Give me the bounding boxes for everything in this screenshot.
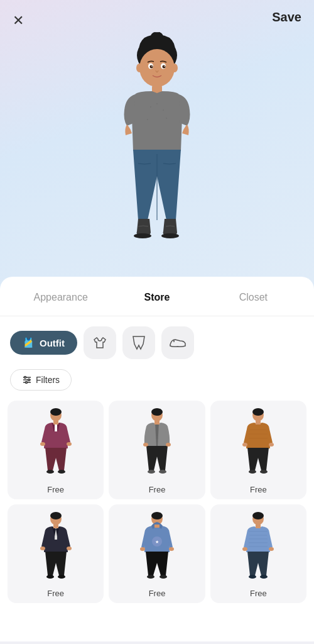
- category-row: 🎽 Outfit: [0, 316, 314, 364]
- item-price-2: Free: [149, 481, 166, 497]
- svg-point-24: [26, 382, 28, 384]
- item-card-3[interactable]: Free: [210, 401, 306, 499]
- svg-point-26: [50, 408, 62, 416]
- item-price-4: Free: [47, 585, 64, 601]
- item-image-6: [213, 509, 304, 585]
- svg-point-67: [269, 547, 274, 551]
- svg-point-44: [269, 443, 274, 447]
- avatar-section: ✕ Save: [0, 0, 314, 289]
- svg-rect-38: [154, 421, 160, 425]
- avatar-container: [88, 25, 226, 264]
- svg-point-7: [164, 65, 165, 67]
- svg-point-30: [67, 442, 72, 446]
- svg-point-6: [151, 65, 153, 67]
- svg-point-13: [163, 109, 164, 111]
- save-button[interactable]: Save: [272, 10, 301, 25]
- svg-point-60: [169, 547, 174, 551]
- svg-rect-45: [256, 421, 261, 425]
- svg-point-18: [161, 233, 179, 238]
- svg-point-47: [50, 512, 62, 519]
- close-button[interactable]: ✕: [13, 13, 24, 29]
- item-image-2: [111, 406, 202, 481]
- svg-point-33: [151, 408, 163, 416]
- item-card-6[interactable]: Free: [210, 504, 306, 603]
- svg-point-54: [151, 512, 163, 519]
- filters-label: Filters: [36, 375, 60, 385]
- bottom-panel: Appearance Store Closet 🎽 Outfit: [0, 277, 314, 641]
- svg-rect-31: [53, 421, 58, 425]
- item-price-5: Free: [149, 585, 166, 601]
- tab-closet[interactable]: Closet: [205, 289, 301, 306]
- svg-rect-68: [256, 525, 261, 528]
- svg-point-48: [46, 575, 54, 579]
- svg-point-4: [150, 65, 153, 69]
- shoes-icon: [169, 337, 187, 348]
- avatar-figure: [100, 25, 214, 264]
- svg-point-41: [249, 470, 256, 474]
- svg-point-12: [156, 103, 158, 104]
- svg-point-29: [40, 442, 45, 446]
- item-image-3: [213, 406, 304, 481]
- items-grid: Free: [0, 398, 314, 606]
- svg-point-27: [46, 470, 54, 474]
- svg-point-15: [166, 118, 167, 119]
- svg-point-22: [24, 377, 26, 379]
- tab-store[interactable]: Store: [109, 289, 205, 306]
- svg-point-37: [166, 443, 171, 447]
- svg-point-14: [147, 119, 148, 120]
- item-card-2[interactable]: Free: [109, 401, 205, 499]
- item-card-4[interactable]: Free: [8, 504, 104, 603]
- svg-point-58: [160, 575, 167, 579]
- tab-appearance[interactable]: Appearance: [13, 289, 109, 306]
- item-price-1: Free: [47, 481, 64, 497]
- outfit-label: Outfit: [40, 338, 65, 348]
- svg-rect-61: [154, 525, 160, 528]
- svg-point-66: [242, 547, 247, 551]
- category-bottom-button[interactable]: [122, 326, 155, 359]
- svg-point-34: [148, 470, 155, 474]
- svg-point-65: [260, 575, 268, 579]
- svg-text:★: ★: [155, 540, 159, 544]
- item-card-1[interactable]: Free: [8, 401, 104, 499]
- svg-point-9: [171, 64, 178, 72]
- svg-rect-52: [53, 525, 58, 528]
- pants-icon: [132, 335, 146, 350]
- item-price-6: Free: [250, 585, 267, 601]
- svg-point-50: [40, 547, 45, 550]
- svg-point-40: [252, 408, 264, 416]
- svg-point-8: [136, 64, 143, 72]
- item-card-5[interactable]: ★ Free: [109, 504, 205, 603]
- category-outfit-button[interactable]: 🎽 Outfit: [10, 331, 77, 355]
- svg-point-64: [249, 575, 256, 579]
- svg-point-57: [147, 575, 154, 579]
- svg-point-35: [159, 470, 166, 474]
- item-image-5: ★: [111, 509, 202, 585]
- svg-point-43: [242, 443, 247, 447]
- svg-point-23: [28, 379, 30, 381]
- svg-point-17: [134, 233, 151, 238]
- svg-point-36: [143, 443, 148, 447]
- filter-icon: [22, 375, 32, 385]
- svg-point-5: [163, 65, 166, 69]
- category-top-button[interactable]: [84, 326, 116, 359]
- shirt-icon: [92, 335, 107, 350]
- svg-point-11: [150, 106, 151, 108]
- svg-point-49: [58, 575, 65, 579]
- outfit-icon: 🎽: [23, 337, 35, 348]
- svg-point-42: [260, 470, 268, 474]
- filters-button[interactable]: Filters: [10, 369, 72, 391]
- svg-point-1: [139, 49, 175, 87]
- item-image-1: [10, 406, 101, 481]
- svg-point-59: [140, 547, 145, 551]
- tabs-container: Appearance Store Closet: [0, 277, 314, 316]
- svg-point-51: [67, 547, 72, 550]
- item-image-4: [10, 509, 101, 585]
- category-shoes-button[interactable]: [161, 326, 194, 359]
- svg-point-63: [252, 512, 264, 519]
- svg-point-28: [58, 470, 65, 474]
- filters-row: Filters: [0, 364, 314, 398]
- item-price-3: Free: [250, 481, 267, 497]
